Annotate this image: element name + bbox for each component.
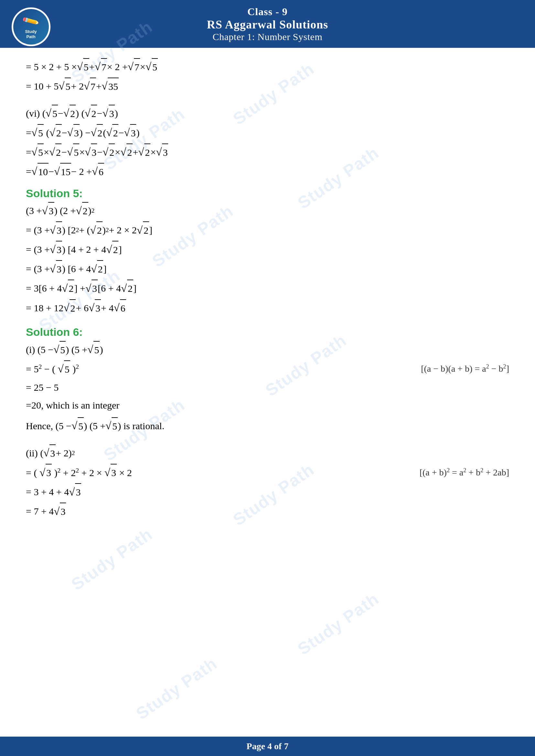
- top-equation-block: = 5 × 2 + 5 × √5 + √7 × 2 + √7 × √5 = 10…: [26, 58, 509, 95]
- header-class: Class - 9: [3, 6, 532, 18]
- sqrt-3-s5b: √3: [50, 221, 62, 239]
- sqrt-5c: √5: [59, 77, 71, 95]
- page-footer: Page 4 of 7: [0, 737, 535, 756]
- sqrt-35: √35: [101, 77, 119, 95]
- sol6-ii-block: (ii) ( √3 + 2)2 = ( √3 )2 + 22 + 2 × √3 …: [26, 444, 509, 520]
- sol6-i-eq1: = 52 − ( √5 )2: [26, 360, 79, 378]
- sqrt-5-s6ic: √5: [71, 417, 84, 435]
- header-title: RS Aggarwal Solutions: [3, 18, 532, 31]
- sqrt-2-vi4: √2: [91, 123, 103, 142]
- solution-6-heading: Solution 6:: [26, 326, 509, 338]
- sqrt-3-s6iib: √3: [104, 464, 117, 482]
- main-content: = 5 × 2 + 5 × √5 + √7 × 2 + √7 × √5 = 10…: [0, 48, 535, 743]
- sol6-i-rational: Hence, (5 − √5 ) (5 + √5 ) is rational.: [26, 417, 509, 435]
- logo: ✏️ StudyPath: [6, 3, 56, 50]
- sol6-ii-eq1: = ( √3 )2 + 22 + 2 × √3 × 2: [26, 464, 132, 482]
- sol5-line-0: (3 + √3 ) (2 + √2 )2: [26, 202, 509, 220]
- sol6-i-line-1: = 52 − ( √5 )2 [(a − b)(a + b) = a2 − b2…: [26, 360, 509, 378]
- sol6-i-line-2: = 25 − 5: [26, 379, 509, 395]
- sqrt-5-vi4: √5: [31, 143, 44, 161]
- sqrt-2-vi6: √2: [49, 143, 62, 161]
- sol5-line-5: = 18 + 12 √2 + 6 √3 + 4 √6: [26, 299, 509, 317]
- sqrt-2-s5: √2: [76, 202, 88, 220]
- sqrt-3-s5f: √3: [89, 299, 101, 317]
- sol6-ii-comment: [(a + b)2 = a2 + b2 + 2ab]: [419, 465, 509, 480]
- sqrt-3-vi2: √3: [67, 123, 80, 142]
- sqrt-5-vi3: √5: [31, 123, 44, 142]
- vi-heading-line: (vi) ( √5 − √2 ) ( √2 − √3 ): [26, 104, 509, 122]
- sqrt-3-s6ii: √3: [43, 444, 56, 462]
- sqrt-5b: √5: [146, 58, 158, 76]
- sqrt-5: √5: [77, 58, 89, 76]
- sqrt-7c: √7: [84, 77, 96, 95]
- sqrt-3-s6iic: √3: [69, 483, 81, 501]
- page-header: ✏️ StudyPath Class - 9 RS Aggarwal Solut…: [0, 0, 535, 47]
- sqrt-2-vi9: √2: [138, 143, 151, 161]
- sqrt-5-s6i: √5: [53, 340, 66, 359]
- sol6-i-block: (i) (5 − √5 ) (5 + √5 ) = 52 − ( √5 )2 […: [26, 340, 509, 435]
- sol6-ii-heading: (ii) ( √3 + 2)2: [26, 444, 509, 462]
- sqrt-2-s5f: √2: [62, 279, 74, 297]
- logo-circle: ✏️ StudyPath: [12, 8, 50, 46]
- sol6-i-comment: [(a − b)(a + b) = a2 − b2]: [421, 361, 509, 377]
- sqrt-2-s5c: √2: [137, 221, 149, 239]
- page-number: Page 4 of 7: [246, 741, 289, 751]
- sqrt-3-s5c: √3: [50, 240, 62, 258]
- logo-text: StudyPath: [25, 29, 37, 39]
- pen-icon: ✏️: [21, 11, 41, 30]
- vi-block: (vi) ( √5 − √2 ) ( √2 − √3 ) = √5 (: [26, 104, 509, 180]
- sqrt-5-s6ib: √5: [58, 360, 70, 378]
- sqrt-2-vi3: √2: [49, 123, 62, 142]
- sqrt-2-vi: √2: [63, 104, 76, 122]
- sqrt-6: √6: [92, 162, 104, 180]
- sqrt-2-vi2: √2: [84, 104, 97, 122]
- sqrt-2-vi8: √2: [120, 143, 133, 161]
- sqrt-7b: √7: [128, 58, 140, 76]
- sol5-line-4: = 3[6 + 4 √2 ] + √3 [6 + 4 √2 ]: [26, 279, 509, 297]
- sqrt-2-s5d: √2: [106, 240, 118, 258]
- sqrt-3-vi3: √3: [124, 123, 136, 142]
- sqrt-2-vi5: √2: [106, 123, 118, 142]
- sqrt-7a: √7: [95, 58, 107, 76]
- sqrt-5-s6id: √5: [105, 417, 118, 435]
- sqrt-10: √10: [31, 162, 48, 180]
- sqrt-3-s5e: √3: [85, 279, 98, 297]
- sol6-i-line-3: =20, which is an integer: [26, 397, 509, 413]
- sol6-ii-line-3: = 7 + 4 √3: [26, 502, 509, 520]
- sqrt-6-s5: √6: [114, 299, 126, 317]
- sqrt-2-s5h: √2: [63, 299, 76, 317]
- vi-line-1: = √5 ( √2 − √3 ) − √2 ( √2 − √3: [26, 123, 509, 142]
- sol5-line-1: = (3 + √3 ) [22 + ( √2 )2 + 2 × 2 √2 ]: [26, 221, 509, 239]
- sol5-line-3: = (3 + √3 ) [6 + 4 √2 ]: [26, 260, 509, 278]
- sqrt-2-s5b: √2: [90, 221, 102, 239]
- eq-line-2: = 10 + 5 √5 + 2 √7 + √35: [26, 77, 509, 95]
- sol6-i-heading: (i) (5 − √5 ) (5 + √5 ): [26, 340, 509, 359]
- sol5-line-2: = (3 + √3 ) [4 + 2 + 4 √2 ]: [26, 240, 509, 258]
- sqrt-5-vi: √5: [45, 104, 58, 122]
- sqrt-3-s6iia: √3: [40, 464, 52, 482]
- sqrt-3-vi: √3: [102, 104, 115, 122]
- sqrt-3-vi5: √3: [156, 143, 168, 161]
- sqrt-3-s6iid: √3: [54, 502, 66, 520]
- sol5-block: (3 + √3 ) (2 + √2 )2 = (3 + √3 ) [22 + (…: [26, 202, 509, 317]
- logo-inner: ✏️ StudyPath: [13, 9, 49, 44]
- sqrt-2-s5e: √2: [91, 260, 103, 278]
- sol6-ii-line-1: = ( √3 )2 + 22 + 2 × √3 × 2 [(a + b)2 = …: [26, 464, 509, 482]
- eq-line-1: = 5 × 2 + 5 × √5 + √7 × 2 + √7 × √5: [26, 58, 509, 76]
- vi-line-2: = √5 × √2 − √5 × √3 − √2 × √2 +: [26, 143, 509, 161]
- vi-line-3: = √10 − √15 − 2 + √6: [26, 162, 509, 180]
- solution-5-heading: Solution 5:: [26, 187, 509, 200]
- sqrt-3-vi4: √3: [85, 143, 97, 161]
- sol6-ii-line-2: = 3 + 4 + 4 √3: [26, 483, 509, 501]
- sqrt-5-s6ia: √5: [87, 340, 99, 359]
- sqrt-2-s5g: √2: [121, 279, 133, 297]
- sqrt-5-vi5: √5: [67, 143, 79, 161]
- sqrt-3-s5: √3: [42, 202, 54, 220]
- sqrt-3-s5d: √3: [50, 260, 62, 278]
- sqrt-15: √15: [54, 162, 71, 180]
- header-chapter: Chapter 1: Number System: [3, 31, 532, 42]
- sqrt-2-vi7: √2: [102, 143, 115, 161]
